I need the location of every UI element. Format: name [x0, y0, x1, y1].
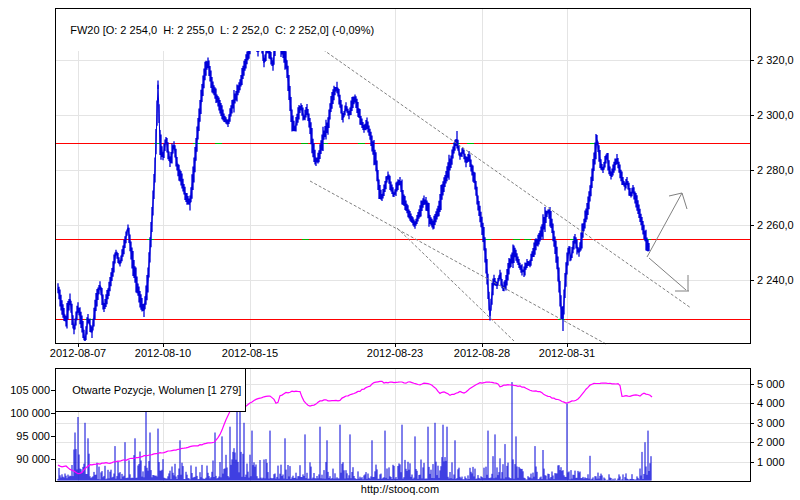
open-interest-axis-tick-label: 105 000 [2, 384, 50, 396]
price-axis-tick-label: 2 300,0 [757, 109, 794, 121]
date-axis-tick-label: 2012-08-28 [442, 347, 522, 359]
volume-axis-tick-label: 3 000 [757, 417, 785, 429]
open-interest-axis-tick-label: 100 000 [2, 407, 50, 419]
volume-axis-tick-label: 2 000 [757, 436, 785, 448]
volume-panel-title: Otwarte Pozycje, Wolumen [1 279] [72, 384, 241, 396]
price-panel-title: FW20 [O: 2 254,0 H: 2 255,0 L: 2 252,0 C… [70, 24, 374, 36]
open-interest-axis-tick-label: 95 000 [2, 430, 50, 442]
date-axis-tick-label: 2012-08-31 [527, 347, 607, 359]
trend-annotations [278, 18, 691, 344]
price-axis-tick-label: 2 260,0 [757, 219, 794, 231]
volume-axis-tick-label: 5 000 [757, 378, 785, 390]
price-panel-legend: FW20 [O: 2 254,0 H: 2 255,0 L: 2 252,0 C… [56, 9, 376, 51]
open-interest-axis-tick-label: 90 000 [2, 453, 50, 465]
volume-panel-legend: Otwarte Pozycje, Wolumen [1 279] [55, 368, 246, 412]
date-axis-tick-label: 2012-08-07 [38, 347, 118, 359]
date-axis-tick-label: 2012-08-15 [210, 347, 290, 359]
date-axis-tick-label: 2012-08-23 [355, 347, 435, 359]
stooq-chart-page: FW20 [O: 2 254,0 H: 2 255,0 L: 2 252,0 C… [0, 0, 800, 500]
price-axis-tick-label: 2 280,0 [757, 164, 794, 176]
chart-canvas [0, 0, 800, 500]
price-axis-tick-label: 2 240,0 [757, 274, 794, 286]
price-midline [58, 19, 649, 341]
volume-axis-tick-label: 4 000 [757, 397, 785, 409]
price-panel-border [56, 9, 751, 344]
footer-url: http://stooq.com [300, 483, 500, 495]
date-axis-tick-label: 2012-08-10 [123, 347, 203, 359]
volume-axis-tick-label: 1 000 [757, 456, 785, 468]
price-axis-tick-label: 2 320,0 [757, 54, 794, 66]
